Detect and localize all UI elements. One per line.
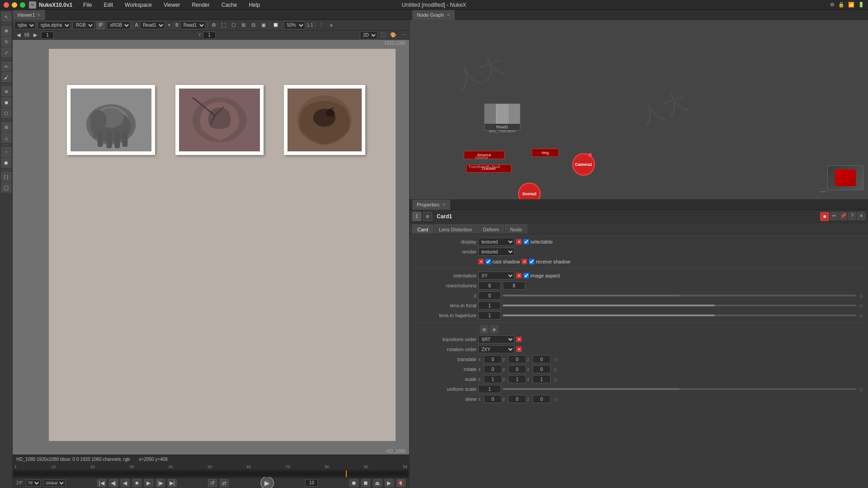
tool-3d[interactable]: △ — [1, 133, 11, 143]
tool-select[interactable]: ↖ — [1, 12, 11, 22]
tab-card[interactable]: Card — [412, 225, 433, 234]
viewer-proxy-icon[interactable]: 🔲 — [272, 21, 280, 29]
display-select[interactable]: sRGB — [107, 21, 131, 29]
transform-order-select[interactable]: SRT — [478, 335, 514, 343]
rec-stop-button[interactable]: ⏹ — [361, 479, 370, 487]
lens-focal-animate-btn[interactable]: ◇ — [858, 302, 864, 309]
viewer-mode-icon[interactable]: ≡ — [327, 21, 335, 29]
channel-select[interactable]: rgba — [14, 21, 36, 29]
viewer-stereo-icon[interactable]: ⬛ — [379, 31, 387, 39]
viewer-tab-close[interactable]: ✕ — [37, 13, 41, 17]
tab-deform[interactable]: Deform — [478, 225, 504, 234]
tool-scale[interactable]: ⤢ — [1, 47, 11, 57]
uniform-scale-slider[interactable] — [503, 388, 856, 390]
rotate-z-input[interactable] — [533, 365, 551, 373]
tool-deep[interactable]: ⬢ — [1, 158, 11, 168]
rec-start-button[interactable]: ⏺ — [349, 479, 359, 487]
scope-select[interactable]: Global — [43, 479, 66, 487]
tool-paint[interactable]: 🖌 — [1, 72, 11, 82]
input-b-select[interactable]: Read1 — [180, 21, 206, 29]
node-expand-btn[interactable]: ⊞ — [423, 212, 432, 221]
z-slider[interactable] — [503, 295, 856, 296]
stop-button[interactable]: ■ — [132, 479, 142, 487]
viewer-grid-icon[interactable]: ⊞ — [240, 21, 248, 29]
viewer-color-icon[interactable]: 🎨 — [389, 31, 397, 39]
loop-button[interactable]: ↺ — [208, 479, 217, 487]
go-end-button[interactable]: ▶| — [168, 479, 177, 487]
viewer-tab[interactable]: Viewer1 ✕ — [13, 10, 46, 20]
tab-node[interactable]: Node — [505, 225, 527, 234]
node-color-btn[interactable]: ■ — [820, 212, 829, 221]
tool-roto[interactable]: ⬡ — [1, 108, 11, 118]
viewer-more2-icon[interactable]: ⋯ — [399, 31, 407, 39]
tool-mask[interactable]: ◼ — [1, 97, 11, 107]
receive-shadow-clear-btn[interactable]: ✕ — [522, 259, 527, 264]
translate-z-input[interactable] — [533, 355, 551, 363]
channel-b-select[interactable]: rgba.alpha — [38, 21, 71, 29]
image-aspect-label[interactable]: image aspect — [524, 273, 560, 278]
menu-help[interactable]: Help — [247, 2, 262, 8]
step-fwd-button[interactable]: |▶ — [156, 479, 165, 487]
rotation-order-clear-btn[interactable]: ✕ — [516, 347, 522, 352]
display-select[interactable]: textured — [478, 238, 514, 246]
window-controls[interactable] — [4, 2, 25, 8]
rotation-order-select[interactable]: ZXY — [478, 345, 514, 353]
viewer-3d-mode[interactable]: 2D — [360, 31, 377, 39]
menu-viewer[interactable]: Viewer — [162, 2, 182, 8]
go-start-button[interactable]: |◀ — [97, 479, 106, 487]
transform-icon-2[interactable]: ⊕ — [490, 325, 498, 333]
node-edit-btn[interactable]: ✏ — [830, 212, 838, 220]
transform-order-clear-btn[interactable]: ✕ — [516, 337, 522, 342]
viewer-fullscreen-icon[interactable]: ⛶ — [220, 21, 228, 29]
render-select[interactable]: textured — [478, 248, 514, 256]
z-animate-btn[interactable]: ◇ — [858, 292, 864, 299]
jog-wheel[interactable]: ▶ — [260, 476, 274, 488]
menu-file[interactable]: File — [81, 2, 94, 8]
cols-input[interactable] — [503, 282, 525, 290]
menu-workspace[interactable]: Workspace — [123, 2, 154, 8]
tool-particles[interactable]: ⁘ — [1, 147, 11, 157]
minimize-button[interactable] — [12, 2, 17, 8]
node-pin-btn[interactable]: 📌 — [839, 212, 847, 220]
tool-clone[interactable]: ⊕ — [1, 86, 11, 96]
viewer-more-icon[interactable]: ⋮ — [317, 21, 326, 29]
frame-in-input[interactable] — [41, 32, 54, 39]
next-frame-icon[interactable]: ▶ — [31, 31, 39, 39]
timeline-bar[interactable] — [13, 470, 409, 477]
rec-clear-button[interactable]: ⏏ — [373, 479, 382, 487]
colorspace-select[interactable]: RGB — [73, 21, 94, 29]
scale-y-input[interactable] — [508, 375, 526, 383]
frame-mode-select[interactable]: TF — [26, 479, 41, 487]
transform-icon-1[interactable]: ⊞ — [480, 325, 488, 333]
camera1-node[interactable]: Camera1 — [572, 153, 595, 176]
viewer-guides-icon[interactable]: ⊟ — [250, 21, 258, 29]
translate-y-input[interactable] — [508, 355, 526, 363]
read1-node[interactable]: Read1 MVL_7395.MOV — [484, 103, 520, 131]
menu-cache[interactable]: Cache — [220, 2, 239, 8]
scale-z-input[interactable] — [533, 375, 551, 383]
properties-tab[interactable]: Properties ✕ — [412, 200, 451, 210]
rotate-animate-btn[interactable]: ◇ — [552, 366, 559, 372]
uniform-scale-input[interactable] — [478, 385, 501, 393]
translate-x-input[interactable] — [484, 355, 502, 363]
node-graph-close[interactable]: ✕ — [447, 13, 450, 17]
cast-shadow-checkbox[interactable] — [486, 259, 491, 264]
skip-frames-input[interactable] — [305, 479, 318, 487]
skew-z-input[interactable] — [533, 395, 551, 403]
mute-button[interactable]: 🔇 — [396, 479, 406, 487]
menu-render[interactable]: Render — [190, 2, 211, 8]
playhead[interactable] — [346, 470, 347, 477]
rotate-y-input[interactable] — [508, 365, 526, 373]
tool-draw[interactable]: ✏ — [1, 61, 11, 71]
translate-animate-btn[interactable]: ◇ — [552, 356, 559, 362]
receive-shadow-label[interactable]: receive shadow — [529, 259, 570, 264]
scene2-node[interactable]: Scene2 — [518, 183, 541, 199]
uniform-scale-animate-btn[interactable]: ◇ — [858, 386, 864, 392]
lens-hap-animate-btn[interactable]: ◇ — [858, 312, 864, 319]
step-back-button[interactable]: ◀| — [109, 479, 118, 487]
rotate-x-input[interactable] — [484, 365, 502, 373]
tool-tracker[interactable]: ⊞ — [1, 122, 11, 132]
selectable-label[interactable]: selectable — [524, 239, 553, 244]
prev-frame-icon[interactable]: ◀ — [14, 31, 23, 39]
display-clear-btn[interactable]: ✕ — [516, 239, 522, 244]
